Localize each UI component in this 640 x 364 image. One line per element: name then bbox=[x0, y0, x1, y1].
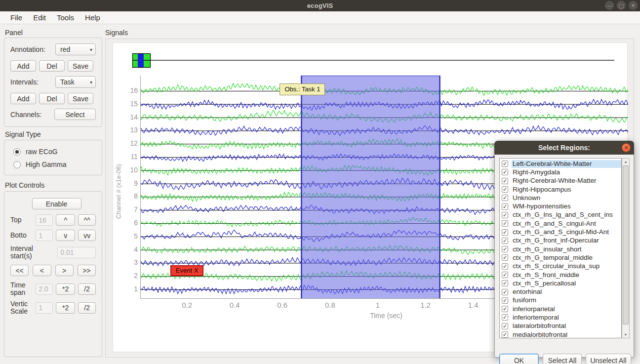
region-item-label: ctx_rh_G_Ins_lg_and_S_cent_ins bbox=[512, 211, 621, 219]
plot-controls-groupbox: Enable Top 16 ^ ^^ Botto 1 v vv Interval… bbox=[4, 191, 102, 357]
channels-select-button[interactable]: Select bbox=[54, 109, 96, 120]
checkbox-checked[interactable]: ✓ bbox=[502, 178, 508, 184]
menu-item-3[interactable]: Help bbox=[80, 12, 106, 23]
checkbox-checked[interactable]: ✓ bbox=[502, 323, 508, 329]
interval-annotation-label[interactable]: Obs.: Task 1 bbox=[280, 83, 325, 95]
vertical-scale-div2-button[interactable]: /2 bbox=[78, 302, 96, 314]
select-regions-dialog: Select Regions: ✕ ✓ Left-Cerebral-White-… bbox=[494, 141, 634, 358]
window-control-2[interactable]: ✕ bbox=[629, 1, 638, 10]
check-icon: ✓ bbox=[503, 204, 507, 209]
intervals-button-2[interactable]: Save bbox=[68, 93, 93, 104]
checkbox-checked[interactable]: ✓ bbox=[502, 280, 508, 286]
regions-scrollbar[interactable]: ▲ ▼ bbox=[622, 158, 630, 338]
panel-section-title: Panel bbox=[5, 29, 23, 37]
annotation-button-1[interactable]: Del bbox=[39, 60, 65, 72]
radio-button[interactable] bbox=[13, 161, 21, 168]
dialog-close-icon[interactable]: ✕ bbox=[622, 143, 631, 152]
scroll-down-icon[interactable]: ▼ bbox=[622, 331, 629, 338]
stepper-button-2[interactable]: vv bbox=[78, 230, 96, 241]
annotation-button-0[interactable]: Add bbox=[10, 60, 36, 72]
region-item-label: inferiortemporal bbox=[512, 314, 621, 322]
checkbox-checked[interactable]: ✓ bbox=[502, 297, 508, 304]
checkbox-checked[interactable]: ✓ bbox=[502, 263, 508, 270]
region-item-label: Right-Amygdala bbox=[512, 168, 621, 176]
scrollbar-thumb[interactable] bbox=[623, 165, 629, 324]
dialog-titlebar[interactable]: Select Regions: ✕ bbox=[494, 141, 634, 155]
region-item-label: ctx_rh_G_and_S_cingul-Ant bbox=[512, 220, 621, 228]
checkbox-checked[interactable]: ✓ bbox=[502, 314, 508, 321]
checkbox-checked[interactable]: ✓ bbox=[502, 254, 508, 261]
checkbox-checked[interactable]: ✓ bbox=[502, 186, 508, 193]
y-tick-10: 10 bbox=[127, 166, 138, 174]
nav-button-2[interactable]: > bbox=[55, 265, 74, 276]
check-icon: ✓ bbox=[503, 315, 507, 320]
window-control-1[interactable]: ▢ bbox=[617, 1, 626, 10]
enable-button[interactable]: Enable bbox=[32, 198, 81, 209]
window-title: ecogVIS bbox=[307, 2, 333, 9]
channels-label: Channels: bbox=[10, 111, 41, 119]
check-icon: ✓ bbox=[503, 324, 507, 329]
checkbox-checked[interactable]: ✓ bbox=[502, 238, 508, 244]
checkbox-checked[interactable]: ✓ bbox=[502, 246, 508, 252]
radio-label: High Gamma bbox=[26, 161, 66, 168]
region-item-label: ctx_rh_S_circular_insula_sup bbox=[512, 262, 621, 270]
annotation-combobox[interactable]: red ▾ bbox=[55, 43, 96, 55]
signal-type-groupbox: raw ECoG High Gamma bbox=[4, 140, 102, 175]
vertical-scale-input[interactable]: 1 bbox=[36, 302, 53, 314]
region-item-20: ✓ medialorbitofrontal bbox=[500, 330, 621, 338]
time-span-x2-button[interactable]: *2 bbox=[56, 283, 75, 295]
y-tick-13: 13 bbox=[127, 126, 138, 134]
annotation-button-2[interactable]: Save bbox=[68, 60, 93, 72]
window-control-0[interactable]: — bbox=[605, 1, 614, 10]
interval-start-input[interactable]: 0.01 bbox=[57, 247, 96, 258]
region-item-label: Right-Cerebral-White-Matter bbox=[512, 177, 621, 185]
select-all-button[interactable]: Select All bbox=[543, 354, 582, 364]
stepper-value-input[interactable]: 16 bbox=[36, 214, 53, 226]
region-item-9: ✓ ctx_rh_G_front_inf-Opercular bbox=[500, 237, 621, 245]
y-tick-6: 6 bbox=[127, 219, 138, 227]
checkbox-checked[interactable]: ✓ bbox=[502, 272, 508, 278]
intervals-combobox[interactable]: Task ▾ bbox=[55, 76, 96, 88]
unselect-all-button[interactable]: Unselect All bbox=[586, 354, 631, 364]
menu-item-1[interactable]: Edit bbox=[28, 12, 51, 23]
intervals-button-1[interactable]: Del bbox=[39, 93, 65, 104]
region-item-17: ✓ inferiorparietal bbox=[500, 305, 621, 313]
event-annotation-label[interactable]: Event X bbox=[170, 265, 204, 276]
intervals-value: Task bbox=[60, 78, 75, 86]
checkbox-checked[interactable]: ✓ bbox=[502, 161, 508, 167]
checkbox-checked[interactable]: ✓ bbox=[502, 212, 508, 218]
checkbox-checked[interactable]: ✓ bbox=[502, 220, 508, 227]
radio-button[interactable] bbox=[13, 148, 21, 156]
checkbox-checked[interactable]: ✓ bbox=[502, 289, 508, 295]
checkbox-checked[interactable]: ✓ bbox=[502, 169, 508, 175]
intervals-label: Intervals: bbox=[10, 78, 39, 86]
region-item-1: ✓ Right-Amygdala bbox=[500, 168, 621, 176]
x-tick-0.6: 0.6 bbox=[272, 301, 293, 309]
checkbox-checked[interactable]: ✓ bbox=[502, 306, 508, 312]
time-span-div2-button[interactable]: /2 bbox=[78, 283, 96, 295]
stepper-value-input[interactable]: 1 bbox=[36, 230, 53, 241]
scroll-up-icon[interactable]: ▲ bbox=[622, 159, 629, 165]
nav-button-0[interactable]: << bbox=[10, 265, 29, 276]
checkbox-checked[interactable]: ✓ bbox=[502, 331, 508, 338]
y-tick-5: 5 bbox=[127, 232, 138, 240]
checkbox-checked[interactable]: ✓ bbox=[502, 203, 508, 210]
stepper-button-1[interactable]: v bbox=[56, 230, 75, 241]
time-span-input[interactable]: 2.0 bbox=[36, 283, 53, 295]
nav-button-3[interactable]: >> bbox=[78, 265, 96, 276]
stepper-button-2[interactable]: ^^ bbox=[78, 214, 96, 226]
check-icon: ✓ bbox=[503, 246, 507, 252]
vertical-scale-x2-button[interactable]: *2 bbox=[56, 302, 75, 314]
checkbox-checked[interactable]: ✓ bbox=[502, 195, 508, 201]
menu-item-2[interactable]: Tools bbox=[51, 12, 80, 23]
ok-button[interactable]: OK bbox=[499, 354, 539, 364]
y-tick-16: 16 bbox=[127, 86, 138, 94]
menu-item-0[interactable]: File bbox=[5, 12, 28, 23]
check-icon: ✓ bbox=[503, 332, 507, 337]
region-item-7: ✓ ctx_rh_G_and_S_cingul-Ant bbox=[500, 219, 621, 228]
stepper-button-1[interactable]: ^ bbox=[56, 214, 75, 226]
intervals-button-0[interactable]: Add bbox=[10, 93, 36, 104]
check-icon: ✓ bbox=[503, 195, 507, 201]
checkbox-checked[interactable]: ✓ bbox=[502, 229, 508, 236]
nav-button-1[interactable]: < bbox=[33, 265, 51, 276]
